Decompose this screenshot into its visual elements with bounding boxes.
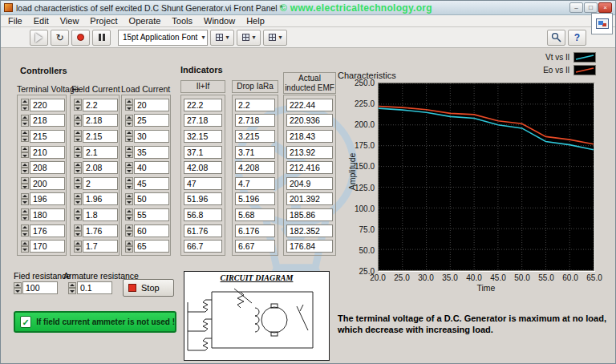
increment-icon[interactable] xyxy=(21,115,29,121)
decrement-icon[interactable] xyxy=(21,105,29,111)
decrement-icon[interactable] xyxy=(21,184,29,190)
numeric-spinner[interactable] xyxy=(125,208,133,220)
decrement-icon[interactable] xyxy=(74,168,82,174)
numeric-spinner[interactable] xyxy=(21,130,29,142)
decrement-icon[interactable] xyxy=(21,215,29,221)
increment-icon[interactable] xyxy=(74,146,82,152)
increment-icon[interactable] xyxy=(68,282,76,289)
numeric-spinner[interactable] xyxy=(21,224,29,237)
decrement-icon[interactable] xyxy=(125,152,133,159)
decrement-icon[interactable] xyxy=(125,246,133,253)
numeric-spinner[interactable] xyxy=(74,208,82,220)
distribute-objects-dropdown[interactable]: ▾ xyxy=(237,30,261,46)
increment-icon[interactable] xyxy=(125,115,133,121)
numeric-value-field[interactable]: 220 xyxy=(30,99,65,111)
numeric-value-field[interactable]: 40 xyxy=(134,161,169,174)
menu-tools[interactable]: Tools xyxy=(166,15,198,27)
decrement-icon[interactable] xyxy=(68,288,76,294)
numeric-value-field[interactable]: 50 xyxy=(134,192,169,205)
maximize-button[interactable]: □ xyxy=(584,2,598,13)
increment-icon[interactable] xyxy=(125,162,133,168)
resize-objects-dropdown[interactable]: ▾ xyxy=(263,30,287,46)
increment-icon[interactable] xyxy=(125,130,133,136)
align-objects-dropdown[interactable]: ▾ xyxy=(210,30,234,46)
increment-icon[interactable] xyxy=(125,99,133,105)
numeric-spinner[interactable] xyxy=(74,177,82,189)
numeric-value-field[interactable]: 2.08 xyxy=(83,161,118,174)
decrement-icon[interactable] xyxy=(21,152,29,159)
increment-icon[interactable] xyxy=(21,208,29,215)
numeric-spinner[interactable] xyxy=(21,162,29,174)
minimize-button[interactable]: – xyxy=(569,2,583,13)
numeric-value-field[interactable]: 196 xyxy=(30,192,65,205)
increment-icon[interactable] xyxy=(74,162,82,168)
numeric-spinner[interactable] xyxy=(21,193,29,205)
numeric-value-field[interactable]: 208 xyxy=(30,161,65,174)
decrement-icon[interactable] xyxy=(125,215,133,221)
increment-icon[interactable] xyxy=(21,99,29,105)
increment-icon[interactable] xyxy=(125,224,133,231)
decrement-icon[interactable] xyxy=(74,199,82,205)
increment-icon[interactable] xyxy=(74,208,82,215)
increment-icon[interactable] xyxy=(21,130,29,136)
numeric-spinner[interactable] xyxy=(74,224,82,237)
numeric-spinner[interactable] xyxy=(21,99,29,111)
increment-icon[interactable] xyxy=(125,193,133,200)
decrement-icon[interactable] xyxy=(74,246,82,253)
numeric-value-field[interactable]: 1.96 xyxy=(83,192,118,205)
decrement-icon[interactable] xyxy=(21,231,29,237)
menu-view[interactable]: View xyxy=(55,15,85,27)
decrement-icon[interactable] xyxy=(21,246,29,253)
field-current-note-button[interactable]: ✓ If field current ammeter is not used ! xyxy=(14,311,176,333)
numeric-value-field[interactable]: 45 xyxy=(134,177,169,190)
help-button[interactable]: ? xyxy=(568,30,586,46)
close-button[interactable]: × xyxy=(598,2,612,13)
numeric-value-field[interactable]: 2.15 xyxy=(83,130,118,143)
increment-icon[interactable] xyxy=(125,177,133,184)
increment-icon[interactable] xyxy=(74,130,82,136)
numeric-value-field[interactable]: 218 xyxy=(30,114,65,127)
increment-icon[interactable] xyxy=(74,115,82,121)
increment-icon[interactable] xyxy=(74,193,82,200)
numeric-value-field[interactable]: 20 xyxy=(134,99,169,111)
numeric-spinner[interactable] xyxy=(74,162,82,174)
numeric-value-field[interactable]: 2.1 xyxy=(83,146,118,159)
armature-resistance-value[interactable]: 0.1 xyxy=(77,281,112,294)
numeric-spinner[interactable] xyxy=(74,193,82,205)
menu-window[interactable]: Window xyxy=(198,15,241,27)
increment-icon[interactable] xyxy=(125,146,133,152)
increment-icon[interactable] xyxy=(21,241,29,247)
decrement-icon[interactable] xyxy=(74,215,82,221)
decrement-icon[interactable] xyxy=(74,120,82,127)
numeric-value-field[interactable]: 170 xyxy=(30,240,65,253)
decrement-icon[interactable] xyxy=(125,120,133,127)
abort-button[interactable] xyxy=(71,30,90,46)
decrement-icon[interactable] xyxy=(74,152,82,159)
numeric-value-field[interactable]: 55 xyxy=(134,208,169,221)
numeric-spinner[interactable] xyxy=(21,241,29,253)
numeric-value-field[interactable]: 60 xyxy=(134,224,169,237)
numeric-value-field[interactable]: 35 xyxy=(134,146,169,159)
numeric-spinner[interactable] xyxy=(74,130,82,142)
decrement-icon[interactable] xyxy=(125,105,133,111)
field-resistance-value[interactable]: 100 xyxy=(22,281,58,294)
numeric-value-field[interactable]: 200 xyxy=(30,177,65,190)
decrement-icon[interactable] xyxy=(125,199,133,205)
legend-item[interactable]: Vt vs Il xyxy=(545,52,596,63)
increment-icon[interactable] xyxy=(21,193,29,200)
menu-operate[interactable]: Operate xyxy=(124,15,167,27)
numeric-spinner[interactable] xyxy=(21,115,29,127)
numeric-value-field[interactable]: 1.8 xyxy=(83,208,118,221)
numeric-value-field[interactable]: 65 xyxy=(134,240,169,253)
decrement-icon[interactable] xyxy=(125,184,133,190)
menu-help[interactable]: Help xyxy=(241,15,270,27)
search-button[interactable] xyxy=(547,30,565,46)
numeric-value-field[interactable]: 2.2 xyxy=(83,99,118,111)
numeric-spinner[interactable] xyxy=(125,224,133,237)
numeric-spinner[interactable] xyxy=(68,282,76,294)
decrement-icon[interactable] xyxy=(74,184,82,190)
run-continuous-button[interactable]: ↻ xyxy=(51,30,69,46)
font-selector-dropdown[interactable]: 15pt Application Font ▾ xyxy=(118,30,208,46)
menu-edit[interactable]: Edit xyxy=(28,15,55,27)
decrement-icon[interactable] xyxy=(74,231,82,237)
